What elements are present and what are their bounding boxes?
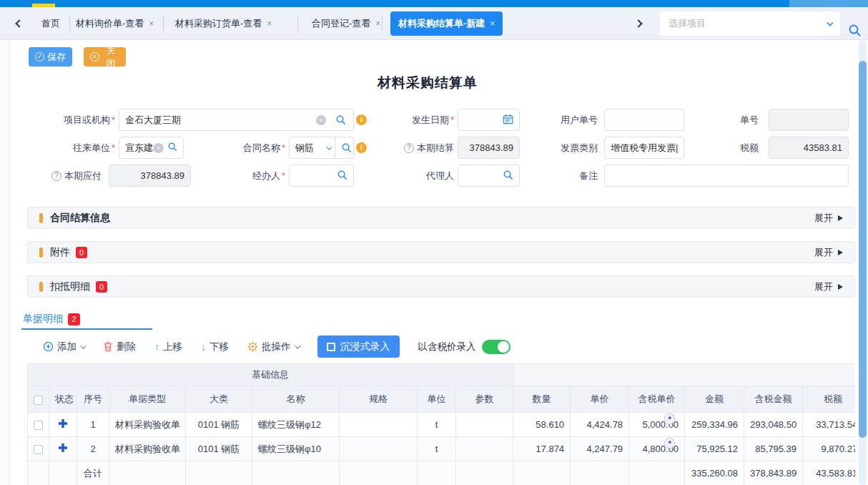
tab-close-icon[interactable]: × bbox=[375, 19, 380, 29]
param-cell bbox=[456, 413, 513, 437]
expand-button[interactable]: 展开 bbox=[814, 246, 843, 259]
select-all-checkbox[interactable] bbox=[34, 396, 43, 405]
help-icon[interactable]: ? bbox=[404, 143, 414, 153]
tab-settlement-new-active[interactable]: 材料采购结算单-新建 × bbox=[390, 11, 503, 36]
project-select[interactable]: 选择项目 bbox=[660, 11, 840, 36]
col-tax-price: 含税单价 bbox=[629, 386, 685, 413]
section-attachments[interactable]: 附件 0 展开 bbox=[27, 241, 855, 263]
tab-document-detail[interactable]: 单据明细 2 bbox=[23, 313, 80, 325]
close-button[interactable]: × 关闭 bbox=[84, 47, 126, 67]
summary-empty-cell bbox=[629, 461, 685, 485]
unit-cell: t bbox=[418, 437, 456, 461]
qty-cell: 58.610 bbox=[513, 413, 571, 437]
col-price: 单价 bbox=[571, 386, 629, 413]
remark-field[interactable] bbox=[604, 165, 849, 187]
row-checkbox[interactable] bbox=[34, 445, 43, 454]
tax-price-cell[interactable]: *4,800.00 bbox=[629, 437, 685, 461]
save-button[interactable]: ✓ 保存 bbox=[29, 47, 72, 67]
vertical-scrollbar-thumb[interactable] bbox=[859, 61, 867, 438]
col-seq: 序号 bbox=[77, 386, 109, 413]
tab-close-icon[interactable]: × bbox=[267, 19, 272, 29]
current-payable-label: ? 本期应付 bbox=[21, 165, 102, 187]
tab-material-inquiry[interactable]: 材料询价单-查看 × bbox=[76, 11, 154, 36]
invoice-type-field[interactable]: 增值税专用发票|13 bbox=[604, 137, 684, 159]
handler-label: 经办人* bbox=[242, 165, 285, 187]
tab-home[interactable]: 首页 bbox=[41, 11, 60, 36]
trash-icon bbox=[103, 341, 113, 352]
project-field[interactable]: 金石大厦三期 × bbox=[119, 109, 354, 131]
section-title: 附件 bbox=[50, 246, 70, 259]
tax-price-cell[interactable]: *5,000.00 bbox=[629, 413, 685, 437]
table-header-row: 状态 序号 单据类型 大类 名称 规格 单位 参数 数量 单价 含税单价 金额 … bbox=[28, 386, 856, 413]
tax-field: 43583.81 bbox=[769, 137, 849, 159]
contract-field[interactable]: 钢筋 bbox=[289, 137, 354, 159]
add-button[interactable]: 添加 bbox=[43, 341, 84, 353]
summary-amount-cell: 335,260.08 bbox=[685, 461, 744, 485]
contract-search-icon[interactable] bbox=[335, 142, 353, 153]
clear-icon[interactable]: × bbox=[154, 143, 164, 153]
expand-label: 展开 bbox=[814, 280, 833, 293]
seq-cell: 1 bbox=[77, 413, 109, 437]
calendar-icon[interactable] bbox=[503, 114, 513, 127]
chevron-down-icon[interactable] bbox=[326, 144, 332, 150]
chevron-left-icon bbox=[15, 19, 23, 27]
project-info-icon[interactable]: i bbox=[356, 114, 367, 125]
immersive-entry-label: 沉浸式录入 bbox=[340, 341, 390, 353]
move-up-button[interactable]: ↑ 上移 bbox=[154, 341, 182, 353]
tabs-scroll-right-icon[interactable] bbox=[632, 17, 645, 30]
vendor-value: 宜东建材 bbox=[125, 142, 154, 155]
section-deduction-detail[interactable]: 扣抵明细 0 展开 bbox=[27, 275, 855, 298]
vertical-scrollbar-track[interactable] bbox=[859, 40, 867, 485]
section-title: 扣抵明细 bbox=[50, 280, 90, 293]
count-badge: 0 bbox=[76, 247, 87, 258]
help-icon[interactable]: ? bbox=[51, 171, 61, 181]
fullscreen-brackets-icon bbox=[327, 343, 335, 351]
handler-field[interactable] bbox=[289, 165, 354, 187]
search-icon[interactable] bbox=[848, 24, 862, 40]
vendor-field[interactable]: 宜东建材 × bbox=[119, 137, 184, 159]
price-cell: 4,247.79 bbox=[571, 437, 629, 461]
name-cell: 螺纹三级钢φ10 bbox=[252, 437, 340, 461]
delete-button[interactable]: 删除 bbox=[103, 341, 136, 353]
tab-contract-register[interactable]: 合同登记-查看 × bbox=[312, 11, 380, 36]
expand-button[interactable]: 展开 bbox=[814, 280, 843, 293]
required-marker: * bbox=[282, 170, 285, 181]
remark-label: 备注 bbox=[555, 165, 598, 187]
section-contract-settlement[interactable]: 合同结算信息 展开 bbox=[27, 207, 855, 229]
agent-search-icon[interactable] bbox=[503, 170, 513, 182]
vendor-search-icon[interactable] bbox=[167, 142, 177, 154]
section-marker bbox=[39, 248, 43, 258]
project-search-icon[interactable] bbox=[330, 114, 347, 125]
status-cell bbox=[49, 437, 77, 461]
agent-field[interactable] bbox=[458, 165, 520, 187]
tab-close-icon[interactable]: × bbox=[149, 19, 154, 29]
required-marker: * bbox=[112, 142, 115, 153]
amount-cell: 75,925.12 bbox=[685, 437, 744, 461]
user-no-field[interactable] bbox=[604, 109, 684, 131]
tab-close-icon[interactable]: × bbox=[490, 19, 495, 29]
tax-price-toggle[interactable] bbox=[482, 340, 511, 354]
tab-label: 材料采购订货单-查看 bbox=[175, 17, 262, 30]
amount-cell: 259,334.96 bbox=[685, 413, 744, 437]
active-tab-underline bbox=[21, 328, 152, 330]
triangle-right-icon bbox=[838, 250, 843, 255]
chevron-down-icon bbox=[827, 19, 834, 26]
clear-icon[interactable]: × bbox=[316, 115, 326, 125]
expand-button[interactable]: 展开 bbox=[814, 212, 843, 225]
summary-empty-cell bbox=[513, 461, 571, 485]
col-tax-amount: 含税金额 bbox=[744, 386, 803, 413]
remark-input[interactable] bbox=[611, 170, 842, 181]
arrow-down-icon: ↓ bbox=[201, 341, 206, 353]
move-down-button[interactable]: ↓ 下移 bbox=[201, 341, 229, 353]
page-title: 材料采购结算单 bbox=[0, 74, 855, 92]
tab-purchase-order[interactable]: 材料采购订货单-查看 × bbox=[175, 11, 272, 36]
user-no-input[interactable] bbox=[611, 114, 678, 125]
handler-search-icon[interactable] bbox=[337, 170, 347, 182]
row-checkbox[interactable] bbox=[34, 421, 43, 430]
immersive-entry-button[interactable]: 沉浸式录入 bbox=[317, 335, 400, 358]
batch-operation-button[interactable]: 批操作 bbox=[247, 341, 299, 353]
date-field[interactable] bbox=[458, 109, 520, 131]
col-name: 名称 bbox=[252, 386, 340, 413]
tabs-scroll-left-icon[interactable] bbox=[13, 17, 26, 30]
invoice-type-value: 增值税专用发票|13 bbox=[611, 142, 678, 155]
